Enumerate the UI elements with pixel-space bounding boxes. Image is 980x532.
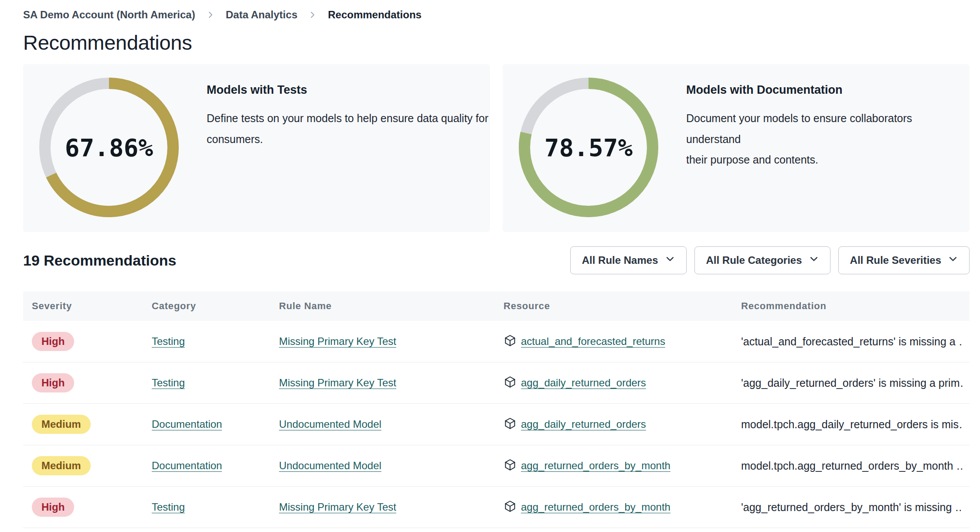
rule-name-link[interactable]: Missing Primary Key Test [279,377,396,389]
chevron-down-icon [809,254,819,266]
category-cell: Testing [143,501,270,513]
recommendations-table: Severity Category Rule Name Resource Rec… [23,291,970,528]
rule-categories-filter-dropdown[interactable]: All Rule Categories [694,246,830,274]
resource-link[interactable]: agg_daily_returned_orders [521,377,646,389]
rule-name-cell: Undocumented Model [270,418,495,430]
resource-cell: agg_returned_orders_by_month [495,500,732,515]
category-link[interactable]: Testing [152,377,185,389]
chevron-right-icon [207,10,214,20]
resource-cell: agg_daily_returned_orders [495,375,732,390]
breadcrumb: SA Demo Account (North America) Data Ana… [23,9,970,21]
model-cube-icon [504,417,517,432]
recommendation-text: model.tpch.agg_daily_returned_orders is … [741,418,963,431]
severity-cell: High [23,373,143,392]
table-row: High Testing Missing Primary Key Test ac… [23,321,970,362]
resource-cell: agg_returned_orders_by_month [495,458,732,473]
recommendations-count-heading: 19 Recommendations [23,252,176,269]
severity-badge: High [32,373,74,392]
category-link[interactable]: Testing [152,335,185,348]
category-cell: Testing [143,335,270,348]
category-link[interactable]: Documentation [152,460,222,472]
recommendation-cell: model.tpch.agg_daily_returned_orders is … [732,418,970,431]
recommendation-cell: model.tpch.agg_returned_orders_by_month … [732,460,970,472]
resource-link[interactable]: actual_and_forecasted_returns [521,335,665,348]
recommendation-text: model.tpch.agg_returned_orders_by_month … [741,460,963,472]
severity-badge: Medium [32,415,91,434]
card-description: Document your models to ensure collabora… [686,108,970,171]
category-link[interactable]: Testing [152,501,185,513]
category-cell: Testing [143,377,270,389]
filter-label: All Rule Severities [850,254,941,266]
rule-name-cell: Undocumented Model [270,460,495,472]
model-cube-icon [504,375,517,390]
filter-label: All Rule Categories [706,254,802,266]
documentation-percent-value: 78.57% [519,78,658,217]
severity-cell: Medium [23,456,143,475]
rule-name-link[interactable]: Undocumented Model [279,418,381,430]
table-row: Medium Documentation Undocumented Model … [23,445,970,487]
category-cell: Documentation [143,418,270,430]
chevron-right-icon [309,10,316,20]
recommendation-text: 'agg_daily_returned_orders' is missing a… [741,377,963,389]
resource-cell: actual_and_forecasted_returns [495,334,732,349]
recommendation-text: 'actual_and_forecasted_returns' is missi… [741,335,963,348]
table-body: High Testing Missing Primary Key Test ac… [23,321,970,528]
chevron-down-icon [948,254,958,266]
chevron-down-icon [665,254,675,266]
list-header: 19 Recommendations All Rule Names All Ru… [23,246,970,274]
rule-name-cell: Missing Primary Key Test [270,501,495,513]
table-row: High Testing Missing Primary Key Test ag… [23,487,970,528]
breadcrumb-current: Recommendations [328,9,422,21]
severity-cell: Medium [23,415,143,434]
card-description: Define tests on your models to help ensu… [207,108,488,150]
rule-name-link[interactable]: Missing Primary Key Test [279,335,396,348]
resource-link[interactable]: agg_daily_returned_orders [521,418,646,430]
card-title: Models with Documentation [686,83,970,97]
tests-percent-value: 67.86% [39,78,179,217]
model-cube-icon [504,458,517,473]
metric-cards: 67.86% Models with Tests Define tests on… [23,64,970,232]
table-row: High Testing Missing Primary Key Test ag… [23,362,970,404]
filter-bar: All Rule Names All Rule Categories All R… [570,246,970,274]
page-title: Recommendations [23,31,970,55]
table-row: Medium Documentation Undocumented Model … [23,404,970,445]
model-cube-icon [504,334,517,349]
card-models-with-documentation: 78.57% Models with Documentation Documen… [503,64,970,232]
rule-severities-filter-dropdown[interactable]: All Rule Severities [838,246,970,274]
table-header-row: Severity Category Rule Name Resource Rec… [23,291,970,321]
recommendation-cell: 'agg_returned_orders_by_month' is missin… [732,501,970,514]
rule-name-link[interactable]: Missing Primary Key Test [279,501,396,513]
model-cube-icon [504,500,517,515]
documentation-donut-chart: 78.57% [519,78,658,217]
rule-name-cell: Missing Primary Key Test [270,377,495,389]
severity-badge: High [32,498,74,517]
severity-cell: High [23,498,143,517]
card-title: Models with Tests [207,83,488,97]
tests-donut-chart: 67.86% [39,78,179,217]
filter-label: All Rule Names [582,254,658,266]
recommendation-text: 'agg_returned_orders_by_month' is missin… [741,501,963,514]
column-header-severity: Severity [23,300,143,312]
resource-link[interactable]: agg_returned_orders_by_month [521,501,670,513]
severity-badge: Medium [32,456,91,475]
column-header-rule-name: Rule Name [270,300,495,312]
column-header-resource: Resource [495,300,732,312]
rule-name-link[interactable]: Undocumented Model [279,460,381,472]
resource-cell: agg_daily_returned_orders [495,417,732,432]
rule-name-cell: Missing Primary Key Test [270,335,495,348]
category-link[interactable]: Documentation [152,418,222,430]
severity-cell: High [23,332,143,351]
rule-names-filter-dropdown[interactable]: All Rule Names [570,246,687,274]
resource-link[interactable]: agg_returned_orders_by_month [521,460,670,472]
recommendation-cell: 'agg_daily_returned_orders' is missing a… [732,377,970,389]
breadcrumb-account-link[interactable]: SA Demo Account (North America) [23,9,195,21]
severity-badge: High [32,332,74,351]
card-models-with-tests: 67.86% Models with Tests Define tests on… [23,64,490,232]
category-cell: Documentation [143,460,270,472]
recommendation-cell: 'actual_and_forecasted_returns' is missi… [732,335,970,348]
column-header-category: Category [143,300,270,312]
breadcrumb-project-link[interactable]: Data Analytics [226,9,298,21]
column-header-recommendation: Recommendation [732,300,970,312]
